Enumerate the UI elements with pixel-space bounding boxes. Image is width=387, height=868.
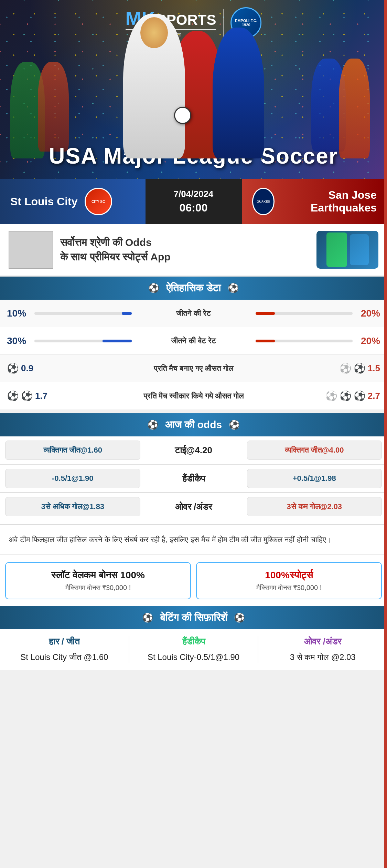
odds-away-win[interactable]: व्यक्तिगत जीत@4.00 bbox=[247, 441, 382, 460]
stat-row-goals-conceded: ⚽ ⚽ 1.7 प्रति मैच स्वीकार किये गये औसत ग… bbox=[0, 382, 387, 410]
odds-handicap-home[interactable]: -0.5/1@1.90 bbox=[5, 469, 140, 488]
away-team-section: QUAKES San Jose Earthquakes bbox=[242, 179, 387, 224]
home-team-section: St Louis City CITY SC bbox=[0, 179, 146, 224]
reco-value-overunder: 3 से कम गोल @2.03 bbox=[264, 651, 382, 663]
reco-header-win: हार / जीत bbox=[5, 636, 123, 647]
stat-label-bet-rate: जीतने की बेट रेट bbox=[139, 337, 249, 345]
reco-col-overunder: ओवर /अंडर 3 से कम गोल @2.03 bbox=[264, 636, 382, 663]
bar-fill-win-right bbox=[256, 312, 275, 315]
reco-section-title: बेटिंग की सिफ़ारिशें bbox=[160, 612, 227, 624]
odds-section-header: ⚽ आज की odds ⚽ bbox=[0, 413, 387, 436]
bar-fill-win-left bbox=[122, 312, 131, 315]
historical-section-title: ऐतिहासिक डेटा bbox=[166, 282, 221, 294]
reco-header-handicap: हैंडीकैप bbox=[135, 636, 253, 647]
promo-image-placeholder bbox=[9, 231, 53, 269]
stat-bar-right-bet bbox=[256, 340, 353, 342]
stat-val-conceded-right: 2.7 bbox=[368, 391, 380, 401]
stat-val-goals-right: 1.5 bbox=[368, 363, 380, 374]
ball-icon-1: ⚽ bbox=[7, 363, 19, 374]
odds-handicap-label: हैंडीकैप bbox=[146, 473, 242, 484]
stat-row-win-rate: 10% जीतने की रेट 20% bbox=[0, 300, 387, 327]
stat-icon-goals-scored-right: ⚽ ⚽ 1.5 bbox=[353, 363, 380, 374]
ball-icon-2: ⚽ bbox=[354, 363, 366, 374]
reco-divider-2 bbox=[258, 636, 258, 663]
reco-value-handicap: St Louis City-0.5/1@1.90 bbox=[135, 651, 253, 663]
soccer-icon-odds-right: ⚽ bbox=[229, 420, 240, 430]
reco-value-win: St Louis City जीत @1.60 bbox=[5, 651, 123, 663]
match-center: 7/04/2024 06:00 bbox=[146, 179, 242, 224]
soccer-icon-reco-left: ⚽ bbox=[142, 612, 153, 623]
ball-icon-6: ⚽ bbox=[354, 390, 366, 402]
historical-section-header: ⚽ ऐतिहासिक डेटा ⚽ bbox=[0, 277, 387, 300]
odds-overunder-label: ओवर /अंडर bbox=[146, 502, 242, 512]
bar-fill-bet-left bbox=[103, 340, 132, 342]
match-bar: St Louis City CITY SC 7/04/2024 06:00 QU… bbox=[0, 179, 387, 224]
odds-row-overunder: 3से अधिक गोल@1.83 ओवर /अंडर 3से कम गोल@2… bbox=[0, 493, 387, 520]
stat-row-bet-rate: 30% जीतने की बेट रेट 20% bbox=[0, 327, 387, 355]
hero-banner: MK SPORTS mk.com EMPOLI F.C. 1920 USA Ma… bbox=[0, 0, 387, 179]
ball-icon-4: ⚽ bbox=[21, 390, 33, 402]
reco-section-header: ⚽ बेटिंग की सिफ़ारिशें ⚽ bbox=[0, 606, 387, 629]
match-date: 7/04/2024 bbox=[174, 189, 214, 199]
odds-handicap-away[interactable]: +0.5/1@1.98 bbox=[247, 469, 382, 488]
reco-grid: हार / जीत St Louis City जीत @1.60 हैंडीक… bbox=[0, 629, 387, 670]
reco-col-handicap: हैंडीकैप St Louis City-0.5/1@1.90 bbox=[135, 636, 253, 663]
stat-row-goals-scored: ⚽ 0.9 प्रति मैच बनाए गए औसत गोल ⚽ ⚽ 1.5 bbox=[0, 355, 387, 382]
reco-section: हार / जीत St Louis City जीत @1.60 हैंडीक… bbox=[0, 629, 387, 670]
odds-under[interactable]: 3से कम गोल@2.03 bbox=[247, 497, 382, 516]
logo-divider bbox=[223, 9, 224, 37]
stat-icon-goals-scored-left: ⚽ 0.9 bbox=[7, 363, 34, 374]
promo-line2: के साथ प्रीमियर स्पोर्ट्स bbox=[60, 251, 148, 262]
ball-icon-3: ⚽ bbox=[7, 390, 19, 402]
stats-table: 10% जीतने की रेट 20% 30% जीतने की बेट रे… bbox=[0, 300, 387, 410]
promo-line1: सर्वोत्तम श्रेणी की bbox=[60, 237, 122, 248]
stat-val-conceded-left: 1.7 bbox=[35, 391, 47, 401]
soccer-icon-right: ⚽ bbox=[228, 283, 239, 293]
reco-col-win: हार / जीत St Louis City जीत @1.60 bbox=[5, 636, 123, 663]
bonus-card-sports[interactable]: 100%स्पोर्ट्स मैक्सिमम बोनस ₹30,000 ! bbox=[196, 562, 382, 599]
stat-icon-goals-conceded-right: ⚽ ⚽ ⚽ 2.7 bbox=[353, 390, 380, 402]
stat-icon-goals-conceded-left: ⚽ ⚽ 1.7 bbox=[7, 390, 34, 402]
bonus-section[interactable]: स्लॉट वेलकम बोनस 100% मैक्सिमम बोनस ₹30,… bbox=[0, 554, 387, 606]
analysis-text-block: अवे टीम फिलहाल जीत हासिल करने के लिए संघ… bbox=[0, 524, 387, 554]
promo-text: सर्वोत्तम श्रेणी की Odds के साथ प्रीमियर… bbox=[60, 235, 310, 264]
bonus-sports-amount: मैक्सिमम बोनस ₹30,000 ! bbox=[256, 584, 322, 591]
reco-divider-1 bbox=[129, 636, 129, 663]
odds-row-win: व्यक्तिगत जीत@1.60 टाई@4.20 व्यक्तिगत जी… bbox=[0, 436, 387, 464]
promo-odds: Odds bbox=[125, 237, 152, 248]
stat-label-goals-scored: प्रति मैच बनाए गए औसत गोल bbox=[139, 364, 249, 373]
bonus-slots-sub: मैक्सिमम बोनस ₹30,000 ! bbox=[11, 584, 185, 592]
bonus-slots-text: स्लॉट वेलकम बोनस 100% bbox=[51, 570, 145, 580]
stat-left-win-rate: 10% bbox=[7, 308, 34, 319]
ball-icon-faded-2: ⚽ bbox=[325, 390, 337, 402]
odds-over[interactable]: 3से अधिक गोल@1.83 bbox=[5, 497, 140, 516]
home-team-name: St Louis City bbox=[10, 195, 78, 208]
stat-right-bet-rate: 20% bbox=[353, 335, 380, 347]
away-team-name: San Jose Earthquakes bbox=[281, 189, 377, 214]
odds-section-title: आज की odds bbox=[165, 419, 222, 431]
odds-tie-label[interactable]: टाई@4.20 bbox=[146, 445, 242, 456]
stat-label-goals-conceded: प्रति मैच स्वीकार किये गये औसत गोल bbox=[139, 392, 249, 401]
stat-right-win-rate: 20% bbox=[353, 308, 380, 319]
match-time: 06:00 bbox=[180, 202, 208, 214]
stat-left-bet-rate: 30% bbox=[7, 335, 34, 347]
home-team-logo: CITY SC bbox=[85, 188, 112, 215]
stat-val-goals-left: 0.9 bbox=[21, 363, 33, 374]
ball-icon-5: ⚽ bbox=[340, 390, 352, 402]
away-team-logo: QUAKES bbox=[252, 188, 275, 215]
bonus-slots-title: स्लॉट वेलकम बोनस 100% bbox=[11, 570, 185, 581]
odds-home-win[interactable]: व्यक्तिगत जीत@1.60 bbox=[5, 441, 140, 460]
bonus-slots-amount: मैक्सिमम बोनस ₹30,000 ! bbox=[65, 584, 131, 591]
reco-header-overunder: ओवर /अंडर bbox=[264, 636, 382, 647]
stat-label-win-rate: जीतने की रेट bbox=[139, 309, 249, 318]
red-side-bar bbox=[384, 0, 387, 670]
promo-banner[interactable]: सर्वोत्तम श्रेणी की Odds के साथ प्रीमियर… bbox=[0, 224, 387, 277]
ball-icon-faded-1: ⚽ bbox=[340, 363, 352, 374]
bonus-sports-sub: मैक्सिमम बोनस ₹30,000 ! bbox=[202, 584, 376, 592]
stat-bar-right-win bbox=[256, 312, 353, 315]
stat-bar-left-bet bbox=[34, 340, 132, 342]
promo-app: App bbox=[150, 251, 170, 262]
bonus-card-slots[interactable]: स्लॉट वेलकम बोनस 100% मैक्सिमम बोनस ₹30,… bbox=[5, 562, 191, 599]
bonus-sports-text: 100%स्पोर्ट्स bbox=[265, 570, 313, 580]
promo-app-screenshot bbox=[316, 231, 378, 269]
